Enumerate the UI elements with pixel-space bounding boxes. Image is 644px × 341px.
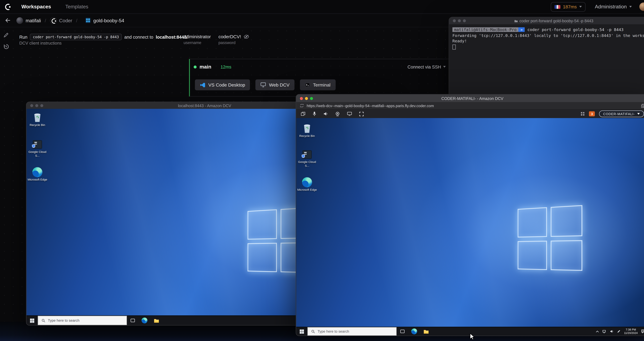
desktop-icon-recycle-bin[interactable]: Recycle Bin	[26, 112, 48, 127]
microphone-icon[interactable]	[312, 111, 316, 116]
run-prefix: Run	[19, 34, 28, 40]
nav-workspaces[interactable]: Workspaces	[22, 4, 51, 10]
administration-label: Administration	[595, 4, 627, 10]
start-button[interactable]	[296, 327, 308, 336]
edit-icon[interactable]	[3, 32, 10, 38]
zoom-button[interactable]	[310, 97, 313, 100]
breadcrumb-owner[interactable]: matifali	[26, 18, 41, 23]
zoom-button[interactable]	[40, 104, 43, 107]
task-view-button[interactable]	[396, 327, 408, 336]
chevron-down-icon	[629, 6, 632, 8]
password-credential: coderDCV! password	[218, 34, 249, 45]
recycle-bin-icon	[302, 123, 312, 134]
vscode-desktop-button[interactable]: VS Code Desktop	[195, 79, 250, 90]
breadcrumb-template[interactable]: Coder	[59, 18, 72, 23]
desktop-icon-recycle-bin[interactable]: Recycle Bin	[296, 123, 318, 138]
vscode-icon	[200, 82, 205, 88]
connect-via-ssh-button[interactable]: Connect via SSH	[408, 64, 446, 69]
breadcrumb-workspace[interactable]: gold-booby-54	[94, 18, 124, 23]
france-flag-icon	[554, 5, 560, 9]
zoom-button[interactable]	[463, 19, 466, 22]
url-bar[interactable]: https://web-dcv--main--gold-booby-54--ma…	[296, 102, 644, 110]
window-titlebar[interactable]: CODER-MATIFALI- - Amazon DCV	[296, 94, 644, 102]
close-button[interactable]	[30, 104, 33, 107]
file-explorer-button[interactable]	[420, 327, 432, 336]
volume-icon[interactable]	[610, 330, 614, 333]
terminal-output-line: Ready!	[452, 38, 644, 44]
windows-workspace-icon	[86, 18, 91, 23]
folder-icon	[514, 19, 518, 22]
network-icon[interactable]	[603, 330, 607, 333]
edge-icon	[32, 167, 43, 178]
start-button[interactable]	[26, 316, 38, 325]
taskbar-search[interactable]: Type here to search	[308, 327, 396, 336]
collaborators-grid-icon[interactable]	[581, 112, 585, 116]
edge-taskbar-button[interactable]	[408, 327, 420, 336]
cloud-shell-icon	[32, 139, 43, 150]
connect-target: localhost:8443/	[156, 34, 188, 40]
minimize-button[interactable]	[305, 97, 308, 100]
search-placeholder: Type here to search	[318, 329, 349, 334]
template-avatar	[50, 17, 56, 24]
edge-taskbar-button[interactable]	[138, 316, 150, 325]
user-avatar[interactable]	[639, 2, 644, 11]
coder-logo-icon[interactable]	[4, 3, 11, 10]
web-dcv-button[interactable]: Web DCV	[256, 79, 294, 90]
display-icon[interactable]	[347, 112, 352, 116]
desktop-icon-google-cloud[interactable]: Google Cloud S...	[296, 149, 318, 168]
terminal-icon	[305, 82, 310, 87]
url-text[interactable]: https://web-dcv--main--gold-booby-54--ma…	[307, 104, 638, 108]
breadcrumb-separator: /	[45, 18, 46, 23]
administration-menu[interactable]: Administration	[595, 4, 632, 10]
windows-logo	[518, 205, 582, 271]
dcv-window-web[interactable]: CODER-MATIFALI- - Amazon DCV https://web…	[296, 94, 644, 336]
desktop-icon-label: Microsoft Edge	[26, 178, 48, 182]
terminal-titlebar[interactable]: coder port-forward gold-booby-54 -p 8443	[449, 17, 644, 25]
task-view-button[interactable]	[127, 316, 138, 325]
close-button[interactable]	[300, 97, 303, 100]
resource-name: main	[200, 64, 211, 70]
terminal-output-line: Forwarding 'tcp://127.0.0.1:8443' locall…	[452, 32, 644, 38]
taskbar-search[interactable]: Type here to search	[38, 316, 127, 325]
owner-avatar	[16, 17, 23, 24]
back-arrow-icon[interactable]	[5, 18, 10, 23]
resource-header: main 12ms Connect via SSH	[190, 59, 451, 70]
username-value: Administrator	[184, 34, 211, 39]
webcam-icon[interactable]	[335, 112, 340, 116]
terminal-cursor	[452, 44, 456, 50]
taskbar-clock[interactable]: 7:38 PM 11/20/2024	[624, 328, 638, 335]
edge-icon	[302, 177, 312, 188]
session-dropdown[interactable]: CODER-MATIFALI-	[599, 110, 644, 117]
latency-pill[interactable]: 187ms	[551, 2, 586, 12]
user-count-badge[interactable]: 3	[589, 111, 595, 116]
speaker-icon[interactable]	[324, 112, 328, 116]
nav-templates[interactable]: Templates	[65, 4, 88, 10]
pen-icon[interactable]	[617, 330, 621, 333]
fullscreen-icon[interactable]	[359, 112, 364, 116]
minimize-button[interactable]	[35, 104, 38, 107]
chevron-down-icon	[443, 66, 446, 68]
cloud-shell-icon	[302, 149, 312, 160]
search-placeholder: Type here to search	[48, 318, 80, 322]
site-icon	[300, 104, 304, 108]
dcv-client-instructions-link[interactable]: DCV client instructions	[19, 41, 62, 45]
copy-icon[interactable]	[641, 104, 644, 108]
history-icon[interactable]	[3, 44, 10, 50]
close-button[interactable]	[453, 19, 456, 22]
minimize-button[interactable]	[458, 19, 461, 22]
clock-date: 11/20/2024	[624, 331, 638, 334]
eye-off-icon[interactable]	[244, 34, 249, 39]
desktop-icon-edge[interactable]: Microsoft Edge	[26, 167, 48, 182]
file-explorer-button[interactable]	[150, 316, 162, 325]
chevron-up-icon[interactable]	[596, 330, 599, 332]
port-forward-command[interactable]: coder port-forward gold-booby-54 -p 8443	[30, 34, 122, 40]
desktop-icon-google-cloud[interactable]: Google Cloud S...	[26, 139, 48, 158]
terminal-button[interactable]: Terminal	[300, 79, 336, 90]
password-label: password	[218, 40, 249, 45]
desktop-icon-edge[interactable]: Microsoft Edge	[296, 177, 318, 192]
window-title: CODER-MATIFALI- - Amazon DCV	[296, 96, 644, 100]
status-dot	[194, 65, 197, 68]
terminal-title: coder port-forward gold-booby-54 -p 8443	[520, 18, 594, 23]
action-center-icon[interactable]	[641, 329, 644, 334]
windows-session-icon[interactable]	[301, 112, 306, 116]
